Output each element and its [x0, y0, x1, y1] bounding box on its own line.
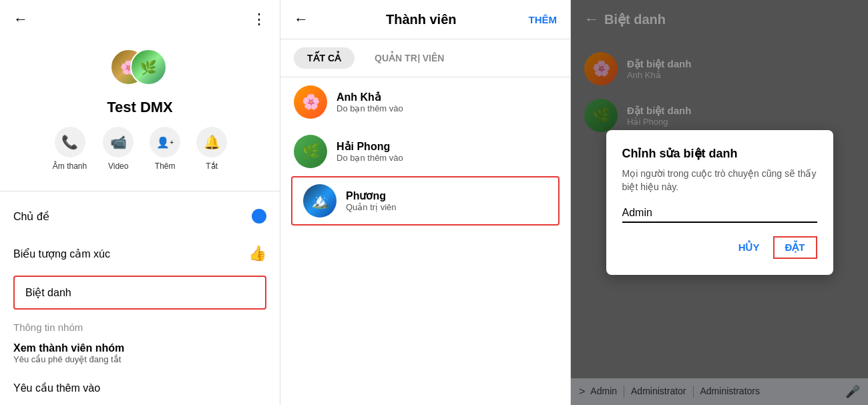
mute-label: Tắt: [206, 161, 218, 171]
modal-title: Chỉnh sửa biệt danh: [622, 146, 817, 161]
group-name: Test DMX: [107, 99, 173, 116]
member-info-anh-kha: Anh Khả Do bạn thêm vào: [337, 91, 557, 113]
member-name-anh-kha: Anh Khả: [337, 91, 557, 103]
member-item-hai-phong[interactable]: 🌿 Hải Phong Do bạn thêm vào: [280, 127, 570, 176]
add-member-button[interactable]: THÊM: [528, 14, 557, 25]
add-request-item[interactable]: Yêu cầu thêm vào: [0, 371, 280, 405]
avatar-anh-kha: 🌸: [294, 85, 327, 119]
action-buttons: 📞 Âm thanh 📹 Video 👤+ Thêm 🔔 Tắt: [53, 127, 227, 171]
add-person-icon: 👤+: [150, 127, 180, 157]
more-button[interactable]: ⋮: [252, 11, 266, 28]
member-name-hai-phong: Hải Phong: [337, 140, 557, 153]
theme-menu-item[interactable]: Chủ đề: [0, 198, 280, 234]
modal-actions: HỦY ĐẶT: [622, 236, 817, 259]
member-info-hai-phong: Hải Phong Do bạn thêm vào: [337, 140, 557, 163]
edit-nickname-modal: Chỉnh sửa biệt danh Mọi người trong cuộc…: [606, 130, 833, 275]
tab-all[interactable]: TẤT CẢ: [294, 47, 355, 69]
cancel-button[interactable]: HỦY: [738, 242, 760, 254]
panel2-title: Thành viên: [386, 12, 457, 27]
set-button[interactable]: ĐẶT: [773, 236, 817, 259]
audio-button[interactable]: 📞 Âm thanh: [53, 127, 87, 171]
member-name-phuong: Phương: [346, 189, 548, 202]
member-sub-phuong: Quản trị viên: [346, 202, 548, 212]
phone-icon: 📞: [55, 127, 85, 157]
group-members-item[interactable]: Xem thành viên nhóm Yêu cầu phê duyệt đa…: [0, 336, 280, 371]
approval-status: Yêu cầu phê duyệt đang tắt: [13, 354, 266, 364]
view-members-label: Xem thành viên nhóm: [13, 342, 266, 354]
avatar-phuong: 🏔️: [303, 184, 337, 218]
theme-icon: [252, 209, 266, 224]
audio-label: Âm thanh: [53, 161, 87, 171]
member-sub-hai-phong: Do bạn thêm vào: [337, 153, 557, 163]
panel1-header: ← ⋮: [0, 0, 280, 39]
avatar-section: 🌸 🌿 Test DMX 📞 Âm thanh 📹 Video 👤+ Thêm …: [0, 39, 280, 184]
avatar-2: 🌿: [130, 49, 167, 85]
add-member-button[interactable]: 👤+ Thêm: [150, 127, 180, 171]
panel-nickname: ← Biệt danh 🌸 Đặt biệt danh Anh Khả 🌿 Đặ…: [571, 0, 868, 405]
mute-button[interactable]: 🔔 Tắt: [196, 127, 227, 171]
emoji-menu-item[interactable]: Biểu tượng cảm xúc 👍: [0, 234, 280, 273]
tab-admin[interactable]: QUẢN TRỊ VIÊN: [361, 47, 457, 69]
modal-description: Mọi người trong cuộc trò chuyện cũng sẽ …: [622, 167, 817, 193]
nickname-menu-item[interactable]: Biệt danh: [13, 276, 266, 310]
bell-icon: 🔔: [196, 127, 227, 157]
video-button[interactable]: 📹 Video: [103, 127, 134, 171]
back-button[interactable]: ←: [13, 11, 28, 28]
panel2-back-button[interactable]: ←: [294, 11, 308, 28]
nickname-input[interactable]: [622, 204, 817, 223]
nickname-label: Biệt danh: [25, 286, 71, 299]
panel-group-info: ← ⋮ 🌸 🌿 Test DMX 📞 Âm thanh 📹 Video 👤+: [0, 0, 280, 405]
emoji-label: Biểu tượng cảm xúc: [13, 248, 110, 260]
member-info-phuong: Phương Quản trị viên: [346, 189, 548, 212]
avatar-hai-phong: 🌿: [294, 135, 327, 168]
video-icon: 📹: [103, 127, 134, 157]
thumbs-up-icon: 👍: [248, 245, 266, 262]
modal-overlay: Chỉnh sửa biệt danh Mọi người trong cuộc…: [571, 0, 868, 405]
panel-members: ← Thành viên THÊM TẤT CẢ QUẢN TRỊ VIÊN 🌸…: [280, 0, 571, 405]
add-request-label: Yêu cầu thêm vào: [13, 382, 100, 394]
add-label: Thêm: [155, 161, 176, 171]
panel2-header: ← Thành viên THÊM: [280, 0, 570, 39]
video-label: Video: [108, 161, 128, 171]
member-tabs: TẤT CẢ QUẢN TRỊ VIÊN: [280, 39, 570, 77]
member-item-anh-kha[interactable]: 🌸 Anh Khả Do bạn thêm vào: [280, 77, 570, 127]
member-sub-anh-kha: Do bạn thêm vào: [337, 103, 557, 113]
member-item-phuong[interactable]: 🏔️ Phương Quản trị viên: [291, 176, 560, 226]
section-label: Thông tin nhóm: [0, 312, 280, 336]
group-avatar: 🌸 🌿: [110, 45, 170, 92]
theme-label: Chủ đề: [13, 210, 49, 223]
divider-1: [0, 191, 280, 191]
